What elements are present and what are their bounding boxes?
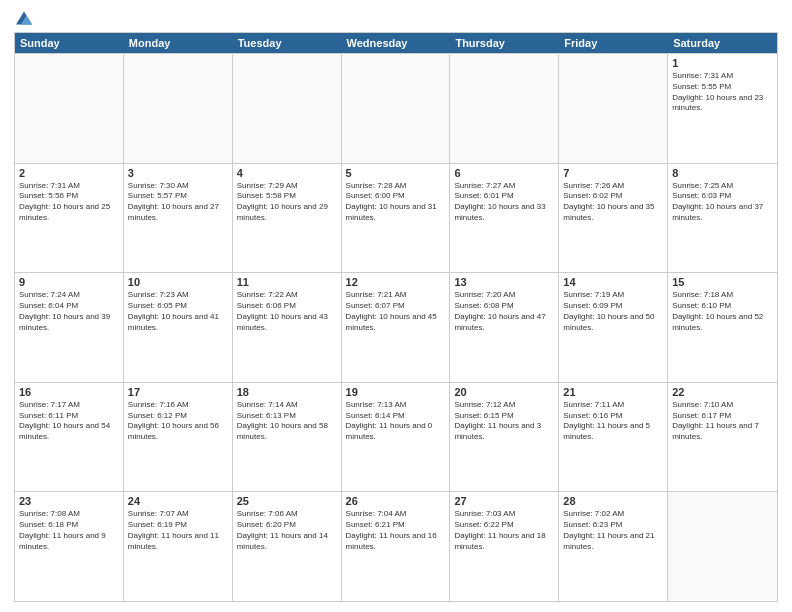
day-info: Sunrise: 7:04 AM Sunset: 6:21 PM Dayligh… bbox=[346, 509, 446, 552]
day-info: Sunrise: 7:24 AM Sunset: 6:04 PM Dayligh… bbox=[19, 290, 119, 333]
day-info: Sunrise: 7:27 AM Sunset: 6:01 PM Dayligh… bbox=[454, 181, 554, 224]
day-header-monday: Monday bbox=[124, 33, 233, 53]
day-info: Sunrise: 7:16 AM Sunset: 6:12 PM Dayligh… bbox=[128, 400, 228, 443]
day-info: Sunrise: 7:11 AM Sunset: 6:16 PM Dayligh… bbox=[563, 400, 663, 443]
day-info: Sunrise: 7:03 AM Sunset: 6:22 PM Dayligh… bbox=[454, 509, 554, 552]
day-info: Sunrise: 7:02 AM Sunset: 6:23 PM Dayligh… bbox=[563, 509, 663, 552]
day-cell: 20Sunrise: 7:12 AM Sunset: 6:15 PM Dayli… bbox=[450, 383, 559, 492]
day-cell bbox=[668, 492, 777, 601]
day-info: Sunrise: 7:10 AM Sunset: 6:17 PM Dayligh… bbox=[672, 400, 773, 443]
day-info: Sunrise: 7:14 AM Sunset: 6:13 PM Dayligh… bbox=[237, 400, 337, 443]
day-info: Sunrise: 7:13 AM Sunset: 6:14 PM Dayligh… bbox=[346, 400, 446, 443]
day-header-friday: Friday bbox=[559, 33, 668, 53]
day-cell: 22Sunrise: 7:10 AM Sunset: 6:17 PM Dayli… bbox=[668, 383, 777, 492]
day-info: Sunrise: 7:07 AM Sunset: 6:19 PM Dayligh… bbox=[128, 509, 228, 552]
day-cell: 2Sunrise: 7:31 AM Sunset: 5:56 PM Daylig… bbox=[15, 164, 124, 273]
day-info: Sunrise: 7:29 AM Sunset: 5:58 PM Dayligh… bbox=[237, 181, 337, 224]
day-number: 15 bbox=[672, 276, 773, 288]
day-cell: 18Sunrise: 7:14 AM Sunset: 6:13 PM Dayli… bbox=[233, 383, 342, 492]
day-number: 17 bbox=[128, 386, 228, 398]
day-cell: 23Sunrise: 7:08 AM Sunset: 6:18 PM Dayli… bbox=[15, 492, 124, 601]
week-row-0: 1Sunrise: 7:31 AM Sunset: 5:55 PM Daylig… bbox=[15, 53, 777, 163]
day-number: 13 bbox=[454, 276, 554, 288]
day-cell: 24Sunrise: 7:07 AM Sunset: 6:19 PM Dayli… bbox=[124, 492, 233, 601]
day-cell: 25Sunrise: 7:06 AM Sunset: 6:20 PM Dayli… bbox=[233, 492, 342, 601]
day-header-thursday: Thursday bbox=[450, 33, 559, 53]
day-info: Sunrise: 7:18 AM Sunset: 6:10 PM Dayligh… bbox=[672, 290, 773, 333]
day-info: Sunrise: 7:25 AM Sunset: 6:03 PM Dayligh… bbox=[672, 181, 773, 224]
day-number: 8 bbox=[672, 167, 773, 179]
calendar: SundayMondayTuesdayWednesdayThursdayFrid… bbox=[14, 32, 778, 602]
day-header-wednesday: Wednesday bbox=[342, 33, 451, 53]
day-info: Sunrise: 7:30 AM Sunset: 5:57 PM Dayligh… bbox=[128, 181, 228, 224]
day-number: 21 bbox=[563, 386, 663, 398]
day-info: Sunrise: 7:08 AM Sunset: 6:18 PM Dayligh… bbox=[19, 509, 119, 552]
header bbox=[14, 10, 778, 26]
day-number: 3 bbox=[128, 167, 228, 179]
day-cell: 7Sunrise: 7:26 AM Sunset: 6:02 PM Daylig… bbox=[559, 164, 668, 273]
day-number: 2 bbox=[19, 167, 119, 179]
week-row-3: 16Sunrise: 7:17 AM Sunset: 6:11 PM Dayli… bbox=[15, 382, 777, 492]
day-cell: 11Sunrise: 7:22 AM Sunset: 6:06 PM Dayli… bbox=[233, 273, 342, 382]
day-cell: 6Sunrise: 7:27 AM Sunset: 6:01 PM Daylig… bbox=[450, 164, 559, 273]
day-cell: 17Sunrise: 7:16 AM Sunset: 6:12 PM Dayli… bbox=[124, 383, 233, 492]
day-cell: 3Sunrise: 7:30 AM Sunset: 5:57 PM Daylig… bbox=[124, 164, 233, 273]
day-number: 9 bbox=[19, 276, 119, 288]
day-cell: 14Sunrise: 7:19 AM Sunset: 6:09 PM Dayli… bbox=[559, 273, 668, 382]
week-row-1: 2Sunrise: 7:31 AM Sunset: 5:56 PM Daylig… bbox=[15, 163, 777, 273]
day-cell bbox=[233, 54, 342, 163]
day-headers: SundayMondayTuesdayWednesdayThursdayFrid… bbox=[15, 33, 777, 53]
day-cell: 1Sunrise: 7:31 AM Sunset: 5:55 PM Daylig… bbox=[668, 54, 777, 163]
day-number: 20 bbox=[454, 386, 554, 398]
day-cell bbox=[450, 54, 559, 163]
weeks: 1Sunrise: 7:31 AM Sunset: 5:55 PM Daylig… bbox=[15, 53, 777, 601]
day-number: 22 bbox=[672, 386, 773, 398]
day-cell bbox=[559, 54, 668, 163]
day-cell bbox=[15, 54, 124, 163]
day-info: Sunrise: 7:06 AM Sunset: 6:20 PM Dayligh… bbox=[237, 509, 337, 552]
day-info: Sunrise: 7:26 AM Sunset: 6:02 PM Dayligh… bbox=[563, 181, 663, 224]
day-cell: 26Sunrise: 7:04 AM Sunset: 6:21 PM Dayli… bbox=[342, 492, 451, 601]
day-number: 4 bbox=[237, 167, 337, 179]
logo-icon bbox=[16, 10, 32, 26]
day-cell: 13Sunrise: 7:20 AM Sunset: 6:08 PM Dayli… bbox=[450, 273, 559, 382]
day-cell: 8Sunrise: 7:25 AM Sunset: 6:03 PM Daylig… bbox=[668, 164, 777, 273]
day-cell: 15Sunrise: 7:18 AM Sunset: 6:10 PM Dayli… bbox=[668, 273, 777, 382]
logo bbox=[14, 10, 32, 26]
day-cell: 4Sunrise: 7:29 AM Sunset: 5:58 PM Daylig… bbox=[233, 164, 342, 273]
day-info: Sunrise: 7:31 AM Sunset: 5:56 PM Dayligh… bbox=[19, 181, 119, 224]
day-number: 25 bbox=[237, 495, 337, 507]
day-info: Sunrise: 7:12 AM Sunset: 6:15 PM Dayligh… bbox=[454, 400, 554, 443]
day-cell: 27Sunrise: 7:03 AM Sunset: 6:22 PM Dayli… bbox=[450, 492, 559, 601]
day-cell: 12Sunrise: 7:21 AM Sunset: 6:07 PM Dayli… bbox=[342, 273, 451, 382]
week-row-4: 23Sunrise: 7:08 AM Sunset: 6:18 PM Dayli… bbox=[15, 491, 777, 601]
day-cell: 9Sunrise: 7:24 AM Sunset: 6:04 PM Daylig… bbox=[15, 273, 124, 382]
day-number: 10 bbox=[128, 276, 228, 288]
day-info: Sunrise: 7:17 AM Sunset: 6:11 PM Dayligh… bbox=[19, 400, 119, 443]
day-header-saturday: Saturday bbox=[668, 33, 777, 53]
day-number: 19 bbox=[346, 386, 446, 398]
day-number: 5 bbox=[346, 167, 446, 179]
day-cell bbox=[124, 54, 233, 163]
day-cell: 16Sunrise: 7:17 AM Sunset: 6:11 PM Dayli… bbox=[15, 383, 124, 492]
day-number: 23 bbox=[19, 495, 119, 507]
day-info: Sunrise: 7:23 AM Sunset: 6:05 PM Dayligh… bbox=[128, 290, 228, 333]
day-number: 16 bbox=[19, 386, 119, 398]
week-row-2: 9Sunrise: 7:24 AM Sunset: 6:04 PM Daylig… bbox=[15, 272, 777, 382]
day-number: 24 bbox=[128, 495, 228, 507]
day-info: Sunrise: 7:28 AM Sunset: 6:00 PM Dayligh… bbox=[346, 181, 446, 224]
day-number: 12 bbox=[346, 276, 446, 288]
day-cell bbox=[342, 54, 451, 163]
day-number: 7 bbox=[563, 167, 663, 179]
day-cell: 21Sunrise: 7:11 AM Sunset: 6:16 PM Dayli… bbox=[559, 383, 668, 492]
day-number: 1 bbox=[672, 57, 773, 69]
day-number: 14 bbox=[563, 276, 663, 288]
day-number: 26 bbox=[346, 495, 446, 507]
day-info: Sunrise: 7:20 AM Sunset: 6:08 PM Dayligh… bbox=[454, 290, 554, 333]
day-cell: 19Sunrise: 7:13 AM Sunset: 6:14 PM Dayli… bbox=[342, 383, 451, 492]
day-cell: 10Sunrise: 7:23 AM Sunset: 6:05 PM Dayli… bbox=[124, 273, 233, 382]
day-number: 11 bbox=[237, 276, 337, 288]
day-number: 28 bbox=[563, 495, 663, 507]
day-number: 27 bbox=[454, 495, 554, 507]
page: SundayMondayTuesdayWednesdayThursdayFrid… bbox=[0, 0, 792, 612]
